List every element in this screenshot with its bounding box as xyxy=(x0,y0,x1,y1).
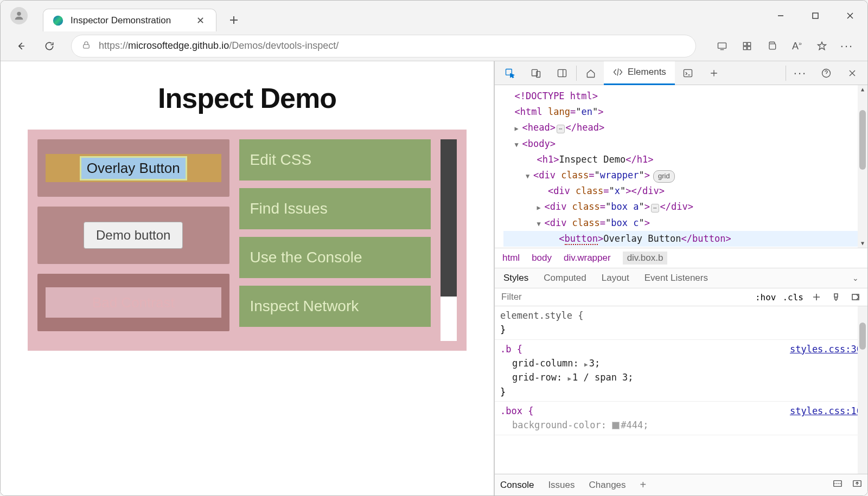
computed-tab[interactable]: Computed xyxy=(544,273,586,284)
more-tools-icon[interactable]: ··· xyxy=(787,61,813,85)
source-link[interactable]: styles.css:16 xyxy=(790,404,862,418)
drawer-console-tab[interactable]: Console xyxy=(500,480,534,491)
edge-icon xyxy=(52,15,64,27)
screen-cast-icon[interactable] xyxy=(711,35,733,57)
styles-tab[interactable]: Styles xyxy=(503,273,528,284)
svg-point-0 xyxy=(17,12,21,16)
add-tab-icon[interactable] xyxy=(701,61,727,85)
color-swatch[interactable] xyxy=(612,422,620,429)
dom-scrollbar[interactable]: ▲ ▼ xyxy=(858,85,867,248)
dom-breadcrumb: html body div.wrapper div.box.b xyxy=(495,248,867,268)
styles-toolbar: :hov .cls xyxy=(495,288,867,306)
svg-rect-8 xyxy=(748,46,751,49)
dom-selected-node[interactable]: <button>Overlay Button</button> xyxy=(503,231,867,247)
welcome-tab-icon[interactable] xyxy=(578,61,604,85)
demo-link[interactable]: Inspect Network xyxy=(239,286,431,327)
bad-contrast-label: Bad Contrast xyxy=(46,287,221,318)
rule-box[interactable]: styles.css:16 .box { background-color: #… xyxy=(495,402,867,435)
svg-rect-12 xyxy=(537,71,540,77)
svg-rect-5 xyxy=(743,42,746,46)
elements-tab[interactable]: Elements xyxy=(604,61,675,85)
svg-rect-9 xyxy=(769,43,776,49)
settings-menu-button[interactable]: ··· xyxy=(836,35,858,57)
window-controls xyxy=(763,1,867,31)
toggle-compare-icon[interactable] xyxy=(849,291,862,304)
close-window-button[interactable] xyxy=(833,1,867,31)
refresh-button[interactable] xyxy=(39,35,60,57)
dom-tree[interactable]: <!DOCTYPE html> <html lang="en"> ▶<head>… xyxy=(495,85,867,248)
address-bar[interactable]: https://microsoftedge.github.io/Demos/de… xyxy=(71,35,696,57)
cls-toggle[interactable]: .cls xyxy=(782,292,803,302)
layout-tab[interactable]: Layout xyxy=(602,273,629,284)
expand-icon[interactable]: ⌄ xyxy=(852,274,859,282)
new-tab-button[interactable] xyxy=(223,9,245,31)
minimize-button[interactable] xyxy=(763,1,798,31)
styles-rules[interactable]: element.style { } styles.css:30 .b { gri… xyxy=(495,306,867,474)
demo-link-column: Edit CSS Find Issues Use the Console Ins… xyxy=(239,139,431,341)
console-drawer-icon[interactable] xyxy=(675,61,701,85)
svg-rect-7 xyxy=(743,46,746,49)
breadcrumb-item[interactable]: html xyxy=(502,253,520,263)
lock-icon xyxy=(81,40,91,52)
demo-button[interactable]: Demo button xyxy=(84,222,183,249)
svg-rect-14 xyxy=(684,69,692,76)
breadcrumb-item[interactable]: body xyxy=(532,253,552,263)
read-aloud-icon[interactable]: A» xyxy=(786,35,808,57)
paint-flash-icon[interactable] xyxy=(829,291,843,304)
overlay-button[interactable]: Overlay Button xyxy=(80,156,187,181)
svg-rect-6 xyxy=(748,42,751,46)
svg-rect-4 xyxy=(718,43,726,48)
devtools-header: Elements ··· xyxy=(495,61,867,85)
styles-scrollbar[interactable] xyxy=(858,306,867,474)
svg-point-1 xyxy=(53,15,63,25)
svg-rect-2 xyxy=(813,13,818,18)
source-link[interactable]: styles.css:30 xyxy=(790,342,862,356)
page-viewport: Inspect Demo Overlay Button Demo button … xyxy=(1,61,494,495)
browser-toolbar: https://microsoftedge.github.io/Demos/de… xyxy=(1,31,867,61)
rule-element-style[interactable]: element.style { } xyxy=(495,306,867,340)
inspect-element-icon[interactable] xyxy=(497,61,523,85)
demo-link[interactable]: Find Issues xyxy=(239,188,431,229)
close-devtools-icon[interactable] xyxy=(839,61,865,85)
hov-toggle[interactable]: :hov xyxy=(755,292,776,302)
new-style-rule-icon[interactable] xyxy=(810,291,823,304)
browser-tab[interactable]: Inspector Demonstration xyxy=(43,9,216,31)
event-listeners-tab[interactable]: Event Listeners xyxy=(644,273,708,284)
dom-scrollbar-thumb[interactable] xyxy=(859,110,866,170)
drawer-expand-icon[interactable] xyxy=(852,479,862,491)
extensions-icon[interactable] xyxy=(736,35,758,57)
demo-link[interactable]: Use the Console xyxy=(239,237,431,278)
demo-wrapper: Overlay Button Demo button Bad Contrast … xyxy=(28,130,467,351)
drawer-dock-icon[interactable] xyxy=(833,479,843,491)
elements-tab-label: Elements xyxy=(628,67,666,78)
grid-badge[interactable]: grid xyxy=(653,170,675,183)
breadcrumb-item-selected[interactable]: div.box.b xyxy=(623,252,668,265)
demo-box-overlay: Overlay Button xyxy=(37,139,229,197)
collections-icon[interactable] xyxy=(761,35,783,57)
maximize-button[interactable] xyxy=(798,1,833,31)
drawer-changes-tab[interactable]: Changes xyxy=(589,480,626,491)
help-icon[interactable] xyxy=(813,61,839,85)
dock-side-icon[interactable] xyxy=(549,61,575,85)
window-titlebar: Inspector Demonstration xyxy=(1,1,867,31)
tab-title: Inspector Demonstration xyxy=(71,15,187,26)
demo-box-contrast: Bad Contrast xyxy=(37,274,229,331)
close-tab-button[interactable] xyxy=(193,14,207,28)
devtools-panel: Elements ··· <!DOCTYPE html> <html lang=… xyxy=(494,61,867,495)
demo-header-strip: Overlay Button xyxy=(46,154,221,182)
page-heading: Inspect Demo xyxy=(6,82,488,114)
favorite-icon[interactable] xyxy=(811,35,833,57)
profile-avatar[interactable] xyxy=(10,7,28,24)
styles-filter-input[interactable] xyxy=(500,291,749,303)
demo-scrollbar[interactable] xyxy=(441,139,457,341)
demo-scrollbar-thumb[interactable] xyxy=(441,139,457,297)
rule-b[interactable]: styles.css:30 .b { grid-column: ▶3; grid… xyxy=(495,340,867,402)
styles-tabs: Styles Computed Layout Event Listeners ⌄ xyxy=(495,268,867,288)
back-button[interactable] xyxy=(10,35,32,57)
device-emulation-icon[interactable] xyxy=(523,61,549,85)
breadcrumb-item[interactable]: div.wrapper xyxy=(564,253,611,263)
demo-box-button: Demo button xyxy=(37,207,229,264)
drawer-add-tab[interactable]: + xyxy=(640,479,647,491)
drawer-issues-tab[interactable]: Issues xyxy=(548,480,575,491)
demo-link[interactable]: Edit CSS xyxy=(239,139,431,181)
